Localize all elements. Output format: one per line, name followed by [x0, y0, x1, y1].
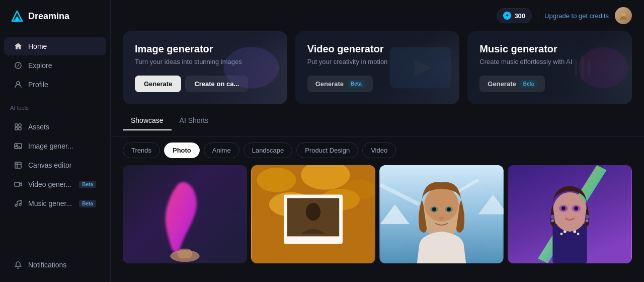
main-content: ✦ 300 Upgrade to get credits Image gener… [111, 0, 644, 282]
svg-point-43 [432, 207, 436, 212]
topbar-divider [538, 11, 538, 21]
nav-item-explore[interactable]: Explore [4, 56, 106, 75]
profile-icon [14, 81, 22, 89]
filter-trends[interactable]: Trends [123, 143, 160, 158]
filter-product-design[interactable]: Product Design [296, 143, 358, 158]
logo-area: Dreamina [0, 0, 110, 32]
filter-photo[interactable]: Photo [164, 143, 200, 158]
nav-item-assets[interactable]: Assets [4, 118, 106, 136]
filter-video[interactable]: Video [362, 143, 396, 158]
svg-point-40 [424, 187, 458, 222]
video-gen-beta: Beta [79, 181, 96, 188]
svg-rect-7 [15, 127, 18, 130]
app-name: Dreamina [28, 11, 69, 22]
credits-pill[interactable]: ✦ 300 [497, 8, 532, 23]
svg-point-17 [621, 13, 625, 17]
svg-rect-22 [575, 59, 577, 76]
sidebar: Dreamina Home Explore Profile AI tools [0, 0, 111, 282]
music-gen-beta-badge: Beta [520, 80, 537, 88]
topbar: ✦ 300 Upgrade to get credits [111, 0, 644, 31]
upgrade-button[interactable]: Upgrade to get credits [544, 12, 609, 20]
image-gen-icon [14, 142, 22, 150]
svg-point-28 [257, 168, 296, 192]
generator-cards: Image generator Turn your ideas into stu… [111, 31, 644, 112]
credits-count: 300 [514, 12, 525, 20]
home-icon [14, 42, 22, 50]
canvas-icon [14, 161, 22, 169]
grid-item-1[interactable] [123, 165, 247, 263]
svg-rect-26 [178, 249, 192, 259]
music-gen-generate-button[interactable]: Generate Beta [479, 76, 545, 92]
svg-point-61 [586, 219, 589, 222]
assets-icon [14, 123, 22, 131]
dreamina-logo-icon [10, 9, 24, 23]
svg-point-56 [561, 206, 566, 210]
filters-row: Trends Photo Anime Landscape Product Des… [111, 143, 644, 165]
showcase-tabs-area: Showcase AI Shorts [111, 112, 644, 136]
svg-point-21 [579, 47, 628, 89]
nav-item-music-gen[interactable]: Music gener... Beta [4, 194, 106, 213]
nav-item-canvas[interactable]: Canvas editor [4, 156, 106, 174]
svg-point-58 [550, 215, 554, 219]
tools-nav: Assets Image gener... Canvas editor Vi [0, 113, 110, 218]
music-gen-icon [14, 199, 22, 207]
svg-rect-6 [19, 124, 21, 126]
svg-rect-8 [19, 127, 21, 130]
svg-point-57 [574, 206, 578, 210]
svg-rect-14 [15, 182, 20, 186]
nav-item-notifications[interactable]: Notifications [4, 256, 106, 274]
svg-rect-11 [15, 162, 21, 168]
svg-point-53 [552, 192, 587, 232]
svg-rect-23 [581, 55, 584, 80]
svg-point-4 [17, 82, 20, 85]
video-gen-icon [14, 180, 22, 188]
credits-icon: ✦ [503, 12, 511, 20]
music-gen-beta: Beta [79, 200, 96, 207]
grid-item-2[interactable] [251, 165, 375, 263]
video-gen-generate-button[interactable]: Generate Beta [307, 76, 373, 92]
explore-icon [14, 61, 22, 69]
grid-item-4[interactable] [508, 165, 632, 263]
svg-point-18 [224, 47, 279, 88]
svg-point-51 [560, 233, 562, 235]
video-gen-beta-badge: Beta [348, 80, 365, 88]
svg-point-16 [19, 203, 21, 205]
svg-point-15 [15, 204, 17, 206]
svg-point-44 [447, 207, 451, 212]
user-avatar[interactable] [615, 7, 632, 24]
image-gen-generate-button[interactable]: Generate [135, 76, 181, 92]
svg-rect-5 [15, 124, 18, 126]
main-nav: Home Explore Profile [0, 32, 110, 99]
svg-point-59 [551, 219, 554, 222]
tabs-nav: Showcase AI Shorts [123, 112, 632, 130]
video-generator-card: Video generator Put your creativity in m… [295, 31, 460, 104]
grid-item-3[interactable] [379, 165, 504, 263]
ai-tools-label: AI tools [0, 99, 110, 113]
svg-point-35 [306, 203, 320, 221]
tab-ai-shorts[interactable]: AI Shorts [172, 112, 217, 130]
filter-landscape[interactable]: Landscape [244, 143, 293, 158]
svg-point-45 [439, 217, 444, 220]
bell-icon [14, 261, 22, 269]
nav-item-image-gen[interactable]: Image gener... [4, 137, 106, 155]
filter-anime[interactable]: Anime [204, 143, 239, 158]
svg-point-52 [577, 233, 580, 235]
svg-rect-24 [588, 61, 590, 76]
image-generator-card: Image generator Turn your ideas into stu… [123, 31, 287, 104]
image-grid [111, 165, 644, 282]
music-generator-card: Music generator Create music effortlessl… [467, 31, 632, 104]
tab-showcase[interactable]: Showcase [123, 112, 172, 130]
nav-item-home[interactable]: Home [4, 37, 106, 55]
svg-point-60 [585, 215, 589, 219]
nav-item-video-gen[interactable]: Video gener... Beta [4, 175, 106, 193]
nav-item-profile[interactable]: Profile [4, 76, 106, 94]
